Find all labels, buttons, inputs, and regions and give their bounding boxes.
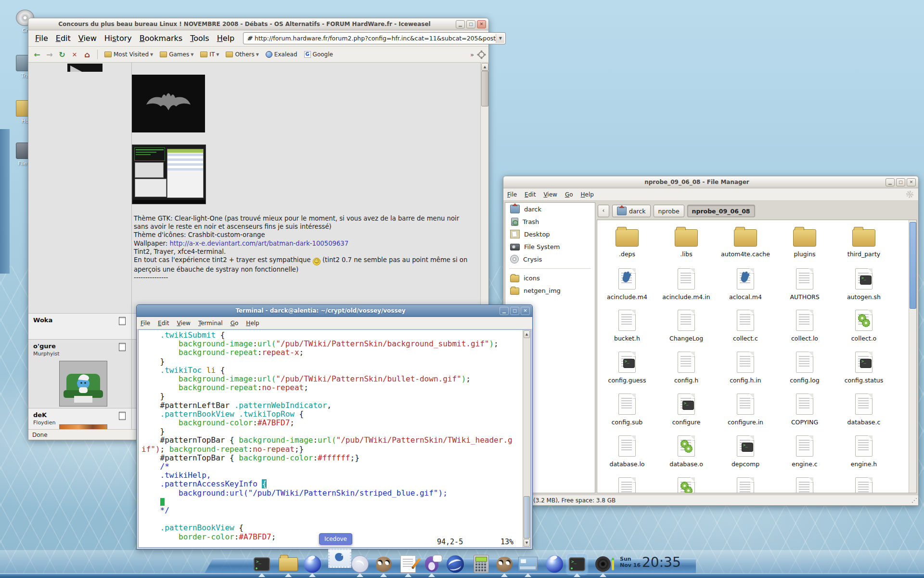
url-bar[interactable]: # http://forum.hardware.fr/forum2.php?co… (243, 32, 506, 44)
home-button[interactable]: ⌂ (81, 50, 93, 59)
browser-menu-view[interactable]: View (75, 32, 101, 44)
file-item[interactable]: .libs (659, 225, 713, 258)
file-item[interactable]: database.o (659, 435, 713, 468)
file-item[interactable]: collect.lo (778, 310, 832, 342)
bookmarks-overflow-chevron[interactable]: » (470, 51, 474, 58)
fm-menu-help[interactable]: Help (577, 190, 598, 199)
file-item[interactable]: engine.c (778, 435, 832, 468)
file-item[interactable]: .deps (600, 225, 654, 258)
terminal-scrollbar[interactable]: ▲ ▼ (523, 330, 530, 547)
screenshot-dock-icon[interactable] (518, 554, 538, 574)
file-item[interactable]: COPYING (778, 394, 832, 426)
terminal-titlebar[interactable]: Terminal - darck@alentia: ~/crypt/old/vo… (137, 305, 532, 317)
file-item-partial[interactable] (837, 477, 891, 493)
terminal-menu-terminal[interactable]: Terminal (194, 318, 227, 328)
profile-icon[interactable] (119, 317, 126, 325)
terminal-dock-icon[interactable]: >_ (252, 554, 272, 574)
file-item[interactable]: collect.o (837, 310, 891, 342)
bookmark-google[interactable]: GGoogle (301, 50, 336, 59)
calculator-dock-icon[interactable] (471, 554, 491, 574)
close-button[interactable]: ✕ (521, 307, 530, 315)
resize-grip[interactable] (911, 498, 917, 504)
mousepad-dock-icon[interactable] (398, 554, 418, 574)
reload-button[interactable]: ↻ (56, 50, 68, 59)
stop-button[interactable]: ✕ (69, 51, 80, 58)
sidebar-item-file-system[interactable]: File System (505, 240, 595, 253)
sidebar-item-crysis[interactable]: Crysis (505, 253, 595, 265)
path-button-darck[interactable]: darck (612, 205, 651, 217)
post-link[interactable]: http://a-x-e.deviantart.com/art/batman-d… (169, 240, 348, 247)
close-button[interactable]: ✕ (477, 20, 486, 28)
forum-username[interactable]: deK (28, 408, 131, 419)
sidebar-item-trash[interactable]: Trash (505, 215, 595, 228)
maximize-button[interactable]: □ (510, 307, 519, 315)
back-button[interactable]: ← (31, 50, 43, 59)
iceweasel-dock-icon[interactable] (544, 554, 565, 574)
browser-menu-tools[interactable]: Tools (186, 32, 213, 44)
file-item[interactable]: collect.c (719, 310, 772, 342)
file-item[interactable]: autom4te.cache (719, 225, 772, 258)
desktop-screenshot-thumbnail[interactable] (132, 144, 206, 204)
gimp-dock-icon[interactable] (373, 554, 394, 574)
googleearth-dock-icon[interactable] (445, 554, 465, 574)
terminal-dock-icon[interactable]: >_ (567, 554, 587, 574)
browser-menu-bookmarks[interactable]: Bookmarks (136, 32, 186, 44)
sidebar-item-darck[interactable]: darck (505, 203, 595, 215)
file-item-partial[interactable] (719, 477, 772, 493)
terminal-menu-file[interactable]: File (137, 318, 154, 328)
file-item[interactable]: >_autogen.sh (837, 268, 891, 301)
bookmark-games[interactable]: Games▼ (156, 50, 197, 59)
vim-editor-content[interactable]: .twikiSubmit { background-image:url("/pu… (139, 330, 523, 547)
forward-button[interactable]: → (44, 50, 55, 59)
file-item[interactable]: >_configure (659, 394, 713, 426)
file-item[interactable]: configure.in (719, 394, 772, 426)
file-item-partial[interactable] (659, 477, 713, 493)
file-item[interactable]: >_config.guess (600, 352, 654, 384)
path-button-nprobe[interactable]: nprobe (654, 205, 684, 217)
minimize-button[interactable]: ▁ (886, 178, 895, 186)
browser-menu-help[interactable]: Help (213, 32, 238, 44)
gimp-dock-icon[interactable] (494, 554, 514, 574)
file-item[interactable]: third_party (837, 225, 891, 258)
path-button-nprobe_09_06_08[interactable]: nprobe_09_06_08 (687, 205, 755, 217)
forum-username[interactable]: o'gure (28, 340, 131, 350)
terminal-menu-edit[interactable]: Edit (154, 318, 173, 328)
sidebar-item-desktop[interactable]: Desktop (505, 228, 595, 240)
file-item-partial[interactable] (600, 477, 654, 493)
openoffice-dock-icon[interactable] (350, 554, 370, 574)
bookmark-it[interactable]: IT▼ (197, 50, 222, 59)
sidebar-item-netgen_img[interactable]: netgen_img (505, 284, 595, 297)
profile-icon[interactable] (119, 412, 126, 420)
terminal-menu-help[interactable]: Help (242, 318, 263, 328)
file-item[interactable]: aclocal.m4 (719, 268, 772, 301)
file-item-partial[interactable] (778, 477, 832, 493)
pidgin-dock-icon[interactable] (422, 554, 442, 574)
bookmark-others[interactable]: Others▼ (222, 50, 262, 59)
file-item[interactable]: acinclude.m4.in (659, 268, 713, 301)
file-item[interactable]: config.h.in (719, 352, 772, 384)
maximize-button[interactable]: □ (896, 178, 905, 186)
scrollbar-thumb[interactable] (481, 71, 488, 106)
file-item[interactable]: ChangeLog (659, 310, 713, 342)
file-item[interactable]: bucket.h (600, 310, 654, 342)
file-item[interactable]: plugins (778, 225, 832, 258)
file-item[interactable]: AUTHORS (778, 268, 832, 301)
file-manager-scrollbar[interactable] (909, 220, 916, 493)
close-button[interactable]: ✕ (907, 178, 916, 186)
file-item[interactable]: config.h (659, 352, 713, 384)
batman-wallpaper-image[interactable] (132, 75, 205, 132)
fm-menu-view[interactable]: View (539, 190, 561, 199)
profile-icon[interactable] (119, 343, 126, 351)
url-dropdown-button[interactable]: ▼ (496, 34, 504, 43)
file-item[interactable]: engine.h (837, 435, 891, 468)
speaker-dock-icon[interactable] (593, 554, 613, 574)
scrollbar-thumb[interactable] (524, 496, 530, 539)
bookmark-exalead[interactable]: Exalead (262, 50, 301, 59)
sidebar-item-icons[interactable]: icons (505, 272, 595, 284)
browser-menu-file[interactable]: File (31, 32, 52, 44)
minimize-button[interactable]: ▁ (456, 20, 465, 28)
gear-icon[interactable] (478, 52, 485, 58)
file-item[interactable]: database.lo (600, 435, 654, 468)
browser-menu-edit[interactable]: Edit (52, 32, 75, 44)
file-item[interactable]: >_depcomp (719, 435, 772, 468)
